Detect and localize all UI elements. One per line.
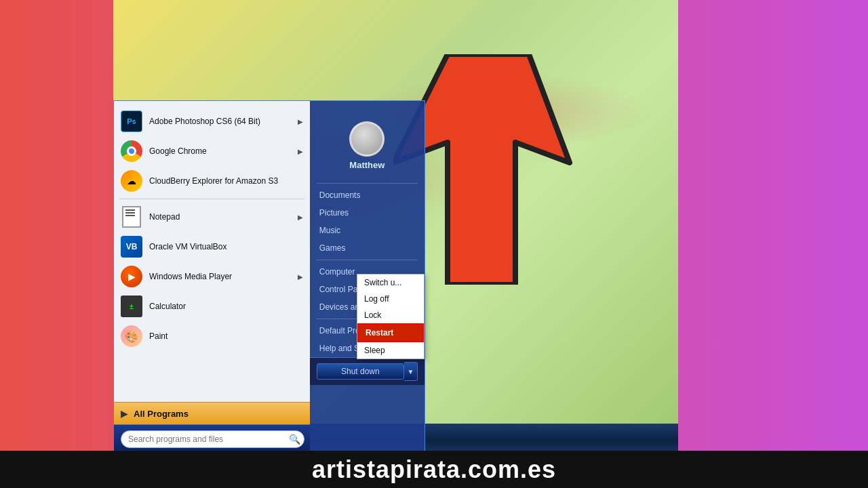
dropdown-lock[interactable]: Lock	[357, 307, 424, 323]
shutdown-dropdown: Switch u... Log off Lock Restart Sleep	[357, 274, 425, 359]
all-programs-icon: ▶	[121, 408, 128, 419]
search-bar: 🔍	[114, 424, 310, 453]
program-item-calculator[interactable]: ± Calculator	[114, 291, 310, 321]
wmp-arrow: ▶	[298, 273, 303, 281]
wmp-label: Windows Media Player	[149, 272, 298, 281]
shutdown-area: Switch u... Log off Lock Restart Sleep	[310, 357, 425, 385]
program-item-photoshop[interactable]: Ps Adobe Photoshop CS6 (64 Bit) ▶	[114, 106, 310, 136]
dropdown-sleep[interactable]: Sleep	[357, 342, 424, 359]
right-item-documents[interactable]: Documents	[310, 186, 425, 204]
restart-label: Restart	[366, 328, 393, 338]
virtualbox-label: Oracle VM VirtualBox	[149, 242, 303, 251]
search-icon[interactable]: 🔍	[287, 431, 303, 447]
program-item-cloudberry[interactable]: ☁ CloudBerry Explorer for Amazon S3	[114, 166, 310, 196]
cloudberry-label: CloudBerry Explorer for Amazon S3	[149, 176, 303, 186]
menu-left-panel: Ps Adobe Photoshop CS6 (64 Bit) ▶ Google…	[114, 101, 310, 453]
all-programs-button[interactable]: ▶ All Programs	[114, 402, 310, 424]
username-label: Matthew	[349, 160, 384, 170]
right-panel-divider	[317, 183, 418, 184]
log-off-label: Log off	[364, 294, 389, 304]
dropdown-log-off[interactable]: Log off	[357, 291, 424, 307]
sleep-label: Sleep	[364, 346, 385, 355]
program-item-chrome[interactable]: Google Chrome ▶	[114, 136, 310, 166]
pinned-programs-list: Ps Adobe Photoshop CS6 (64 Bit) ▶ Google…	[114, 101, 310, 402]
wmp-icon: ▶	[121, 266, 142, 287]
calculator-label: Calculator	[149, 302, 303, 311]
chrome-arrow: ▶	[298, 148, 303, 155]
computer-label: Computer	[319, 267, 355, 277]
switch-user-label: Switch u...	[364, 278, 401, 287]
photoshop-label: Adobe Photoshop CS6 (64 Bit)	[149, 117, 298, 126]
lock-label: Lock	[364, 310, 381, 320]
photoshop-arrow: ▶	[298, 118, 303, 125]
watermark: artistapirata.com.es	[0, 451, 868, 488]
right-panel-divider-2	[317, 260, 418, 260]
dropdown-restart[interactable]: Restart	[357, 323, 424, 342]
paint-label: Paint	[149, 331, 303, 341]
notepad-arrow: ▶	[298, 214, 303, 221]
calculator-icon: ±	[121, 296, 142, 317]
user-avatar	[349, 121, 384, 157]
right-item-games[interactable]: Games	[310, 239, 425, 257]
pictures-label: Pictures	[319, 208, 349, 218]
right-item-pictures[interactable]: Pictures	[310, 204, 425, 222]
notepad-label: Notepad	[149, 212, 298, 222]
user-avatar-area: Matthew	[310, 115, 425, 180]
cloudberry-icon: ☁	[121, 170, 142, 192]
right-panel: Matthew Documents Pictures Music Games C…	[310, 101, 425, 453]
shutdown-dropdown-arrow[interactable]: ▼	[404, 362, 418, 381]
music-label: Music	[319, 226, 340, 235]
games-label: Games	[319, 243, 346, 253]
shutdown-bar: Shut down ▼	[310, 357, 425, 385]
photoshop-icon: Ps	[121, 110, 142, 132]
program-item-virtualbox[interactable]: VB Oracle VM VirtualBox	[114, 232, 310, 262]
search-input[interactable]	[121, 430, 304, 448]
shutdown-label: Shut down	[341, 367, 380, 376]
chrome-label: Google Chrome	[149, 146, 298, 156]
program-item-notepad[interactable]: Notepad ▶	[114, 202, 310, 232]
dropdown-switch-user[interactable]: Switch u...	[357, 274, 424, 291]
menu-body: Ps Adobe Photoshop CS6 (64 Bit) ▶ Google…	[114, 101, 425, 453]
all-programs-label: All Programs	[134, 409, 303, 419]
watermark-text: artistapirata.com.es	[312, 455, 556, 484]
menu-divider-1	[119, 199, 304, 199]
paint-icon: 🎨	[121, 325, 142, 347]
program-item-wmp[interactable]: ▶ Windows Media Player ▶	[114, 262, 310, 291]
program-item-paint[interactable]: 🎨 Paint	[114, 321, 310, 351]
notepad-icon	[121, 206, 142, 228]
documents-label: Documents	[319, 190, 361, 200]
start-menu: Ps Adobe Photoshop CS6 (64 Bit) ▶ Google…	[113, 100, 425, 454]
chrome-icon	[121, 140, 142, 162]
shutdown-button[interactable]: Shut down	[317, 363, 404, 380]
virtualbox-icon: VB	[121, 236, 142, 258]
right-item-music[interactable]: Music	[310, 222, 425, 239]
